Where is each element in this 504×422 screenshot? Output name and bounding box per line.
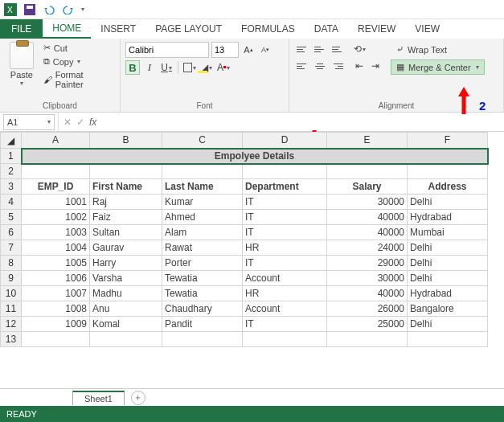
- new-sheet-button[interactable]: ＋: [131, 391, 145, 405]
- cell[interactable]: Tewatia: [162, 271, 243, 286]
- cell[interactable]: IT: [243, 256, 327, 271]
- cell[interactable]: Kumar: [162, 195, 243, 210]
- cell-header-firstname[interactable]: First Name: [90, 179, 162, 195]
- cell[interactable]: HR: [243, 286, 327, 301]
- copy-button[interactable]: ⧉Copy▾: [42, 55, 115, 68]
- cell[interactable]: 1008: [22, 301, 90, 317]
- cell[interactable]: 40000: [327, 286, 408, 301]
- increase-indent-button[interactable]: ⇥: [368, 59, 383, 73]
- cell-header-lastname[interactable]: Last Name: [162, 179, 243, 195]
- enter-icon[interactable]: ✓: [76, 117, 84, 128]
- cell-header-salary[interactable]: Salary: [327, 179, 408, 195]
- tab-data[interactable]: DATA: [305, 19, 348, 39]
- orientation-button[interactable]: ⟲▾: [352, 42, 367, 56]
- align-bottom-button[interactable]: [330, 42, 346, 56]
- cell[interactable]: Ahmed: [162, 210, 243, 225]
- row-header-4[interactable]: 4: [1, 195, 22, 210]
- fx-icon[interactable]: fx: [89, 117, 96, 128]
- cell[interactable]: 40000: [327, 210, 408, 225]
- cell[interactable]: 24000: [327, 240, 408, 256]
- cell[interactable]: Chaudhary: [162, 301, 243, 317]
- decrease-font-icon[interactable]: A▾: [258, 43, 272, 57]
- cell[interactable]: Harry: [90, 256, 162, 271]
- cell[interactable]: 1001: [22, 195, 90, 210]
- tab-review[interactable]: REVIEW: [348, 19, 405, 39]
- cell[interactable]: 1004: [22, 240, 90, 256]
- row-header-1[interactable]: 1: [1, 149, 22, 164]
- cell[interactable]: 30000: [327, 271, 408, 286]
- align-left-button[interactable]: [294, 59, 310, 73]
- cell[interactable]: 1003: [22, 225, 90, 240]
- cancel-icon[interactable]: ✕: [64, 117, 72, 128]
- row-header-9[interactable]: 9: [1, 271, 22, 286]
- align-middle-button[interactable]: [312, 42, 328, 56]
- row-header-5[interactable]: 5: [1, 210, 22, 225]
- col-header-E[interactable]: E: [327, 133, 408, 149]
- undo-icon[interactable]: [42, 2, 56, 17]
- cell[interactable]: 1005: [22, 256, 90, 271]
- spreadsheet-grid[interactable]: ◢ A B C D E F 1 Empolyee Details 2 3 EMP…: [0, 132, 504, 347]
- cell[interactable]: Gaurav: [90, 240, 162, 256]
- cell[interactable]: Delhi: [408, 271, 488, 286]
- cell-header-dept[interactable]: Department: [243, 179, 327, 195]
- cell[interactable]: Account: [243, 301, 327, 317]
- cell[interactable]: 1007: [22, 286, 90, 301]
- cell[interactable]: 40000: [327, 225, 408, 240]
- cell[interactable]: 30000: [327, 195, 408, 210]
- row-header-12[interactable]: 12: [1, 317, 22, 332]
- tab-home[interactable]: HOME: [43, 19, 91, 39]
- cell[interactable]: Alam: [162, 225, 243, 240]
- cell[interactable]: Mumbai: [408, 225, 488, 240]
- cell[interactable]: Porter: [162, 256, 243, 271]
- merge-center-button[interactable]: ▦ Merge & Center ▾: [391, 59, 485, 75]
- cell[interactable]: 1009: [22, 317, 90, 332]
- cell[interactable]: Delhi: [408, 240, 488, 256]
- row-header-13[interactable]: 13: [1, 332, 22, 347]
- row-header-7[interactable]: 7: [1, 240, 22, 256]
- cell[interactable]: Raj: [90, 195, 162, 210]
- row-header-11[interactable]: 11: [1, 301, 22, 317]
- cell[interactable]: Hydrabad: [408, 286, 488, 301]
- cell[interactable]: 25000: [327, 317, 408, 332]
- redo-icon[interactable]: [61, 2, 76, 17]
- cell[interactable]: Pandit: [162, 317, 243, 332]
- font-family-select[interactable]: [125, 42, 209, 58]
- bold-button[interactable]: B: [125, 60, 140, 75]
- row-header-3[interactable]: 3: [1, 179, 22, 195]
- cell[interactable]: IT: [243, 195, 327, 210]
- sheet-tab-sheet1[interactable]: Sheet1: [72, 391, 125, 405]
- col-header-D[interactable]: D: [243, 133, 327, 149]
- cell[interactable]: 26000: [327, 301, 408, 317]
- cell[interactable]: Hydrabad: [408, 210, 488, 225]
- decrease-indent-button[interactable]: ⇤: [352, 59, 367, 73]
- cell[interactable]: Delhi: [408, 317, 488, 332]
- border-button[interactable]: ▾: [182, 60, 197, 75]
- tab-page-layout[interactable]: PAGE LAYOUT: [145, 19, 232, 39]
- cell[interactable]: 1006: [22, 271, 90, 286]
- tab-insert[interactable]: INSERT: [91, 19, 145, 39]
- italic-button[interactable]: I: [142, 60, 157, 75]
- col-header-B[interactable]: B: [90, 133, 162, 149]
- row-header-2[interactable]: 2: [1, 164, 22, 179]
- align-top-button[interactable]: [294, 42, 310, 56]
- tab-file[interactable]: FILE: [0, 19, 43, 39]
- row-header-10[interactable]: 10: [1, 286, 22, 301]
- cell[interactable]: Account: [243, 271, 327, 286]
- row-header-8[interactable]: 8: [1, 256, 22, 271]
- tab-view[interactable]: VIEW: [405, 19, 449, 39]
- select-all-cell[interactable]: ◢: [1, 133, 22, 149]
- underline-button[interactable]: U▾: [159, 60, 174, 75]
- paste-dropdown-icon[interactable]: ▾: [20, 80, 23, 87]
- cell[interactable]: 29000: [327, 256, 408, 271]
- merge-dropdown-icon[interactable]: ▾: [476, 64, 479, 71]
- cell[interactable]: Rawat: [162, 240, 243, 256]
- cell[interactable]: IT: [243, 210, 327, 225]
- cell[interactable]: IT: [243, 317, 327, 332]
- cell[interactable]: 1002: [22, 210, 90, 225]
- align-center-button[interactable]: [312, 59, 328, 73]
- align-right-button[interactable]: [330, 59, 346, 73]
- cell[interactable]: Varsha: [90, 271, 162, 286]
- tab-formulas[interactable]: FORMULAS: [232, 19, 305, 39]
- col-header-A[interactable]: A: [22, 133, 90, 149]
- cell-header-empid[interactable]: EMP_ID: [22, 179, 90, 195]
